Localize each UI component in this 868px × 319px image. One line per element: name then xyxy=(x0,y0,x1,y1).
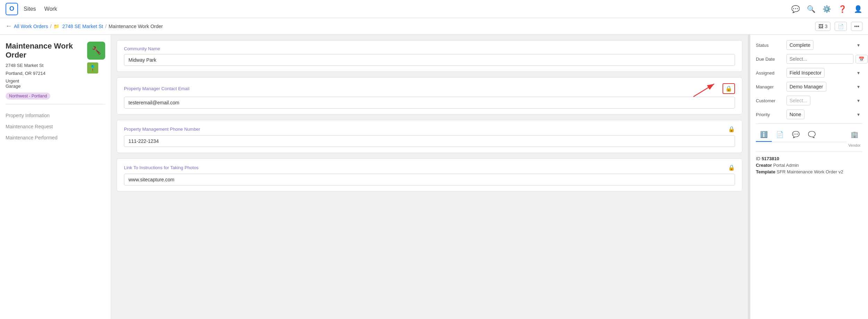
work-order-title: Maintenance Work Order xyxy=(6,42,84,60)
tab-comments[interactable]: 🗨️ xyxy=(804,128,820,142)
maintenance-icon: 🔧 xyxy=(87,42,105,60)
breadcrumb-bar: ← All Work Orders / 📁 2748 SE Market St … xyxy=(0,18,868,35)
status-select[interactable]: Complete xyxy=(786,40,813,50)
priority-label: Priority xyxy=(756,112,784,117)
vendor-label: Vendor xyxy=(849,143,861,147)
nav-maintenance-performed[interactable]: Maintenance Performed xyxy=(6,132,105,143)
link-label: Link To Instructions for Taking Photos 🔒 xyxy=(124,164,735,171)
search-icon[interactable]: 🔍 xyxy=(807,5,816,13)
assigned-select-wrapper: Field Inspector xyxy=(786,68,862,78)
community-name-input[interactable] xyxy=(124,54,735,66)
assigned-label: Assigned xyxy=(756,70,784,76)
lock-icon-link: 🔒 xyxy=(728,164,735,171)
photo-icon: 🖼 xyxy=(818,24,823,29)
garage-tag: Garage xyxy=(6,84,84,89)
document-button[interactable]: 📄 xyxy=(835,22,847,31)
sidebar-header-text: Maintenance Work Order 2748 SE Market St… xyxy=(6,42,84,90)
vendor-section: 🏢 Vendor xyxy=(846,128,862,147)
due-date-wrapper: 📅 xyxy=(786,54,868,64)
nav-work[interactable]: Work xyxy=(44,6,57,12)
template-label: Template xyxy=(756,169,775,174)
app-logo[interactable]: O xyxy=(6,3,18,15)
photos-button[interactable]: 🖼 3 xyxy=(815,22,831,31)
tab-document[interactable]: 📄 xyxy=(772,128,788,142)
breadcrumb-current: Maintenance Work Order xyxy=(109,24,163,29)
creator-row: Creator Portal Admin xyxy=(756,163,862,168)
customer-select[interactable]: Select... xyxy=(786,96,810,105)
address-line2: Portland, OR 97214 xyxy=(6,70,84,77)
more-icon: ••• xyxy=(854,24,859,29)
help-icon[interactable]: ❓ xyxy=(838,5,847,13)
tab-info[interactable]: ℹ️ xyxy=(756,128,772,142)
nav-links: Sites Work xyxy=(24,6,791,12)
location-icon: 📍 xyxy=(87,62,98,74)
sidebar: Maintenance Work Order 2748 SE Market St… xyxy=(0,35,111,319)
doc-icon: 📄 xyxy=(838,24,844,29)
priority-select-wrapper: None xyxy=(786,110,862,119)
right-panel: Status Complete Due Date 📅 Assigned Fiel… xyxy=(750,35,868,319)
back-button[interactable]: ← xyxy=(6,23,12,30)
due-date-row: Due Date 📅 xyxy=(756,54,862,64)
lock-icon-phone: 🔒 xyxy=(728,126,735,132)
settings-icon[interactable]: ⚙️ xyxy=(823,5,831,13)
phone-card: Property Management Phone Number 🔒 xyxy=(117,120,742,153)
sidebar-nav: Property Information Maintenance Request… xyxy=(6,104,105,143)
rp-info-section: ID 5173810 Creator Portal Admin Template… xyxy=(756,156,862,174)
phone-input[interactable] xyxy=(124,135,735,147)
template-value-text: SFR Maintenance Work Order v2 xyxy=(777,169,843,174)
tabs-section: ℹ️ 📄 💬 🗨️ xyxy=(756,128,846,146)
nav-property-info[interactable]: Property Information xyxy=(6,110,105,121)
status-select-wrapper: Complete xyxy=(786,40,862,50)
address-line1: 2748 SE Market St xyxy=(6,62,84,69)
email-card: Property Manager Contact Email 🔒 xyxy=(117,77,742,114)
due-date-label: Due Date xyxy=(756,57,784,62)
customer-select-wrapper: Select... xyxy=(786,96,862,105)
content-scroll: Community Name Property Manager Contact … xyxy=(111,35,748,197)
customer-row: Customer Select... xyxy=(756,96,862,105)
id-label: ID xyxy=(756,156,760,161)
lock-icon-highlighted: 🔒 xyxy=(723,83,735,94)
chat-icon[interactable]: 💬 xyxy=(791,5,800,13)
all-work-orders-link[interactable]: All Work Orders xyxy=(14,24,48,29)
nav-sites[interactable]: Sites xyxy=(24,6,36,12)
photo-count: 3 xyxy=(825,24,827,29)
rp-tabs: ℹ️ 📄 💬 🗨️ xyxy=(756,128,846,142)
address-link[interactable]: 2748 SE Market St xyxy=(62,24,103,29)
info-divider xyxy=(756,152,862,152)
customer-label: Customer xyxy=(756,98,784,103)
id-value-text: 5173810 xyxy=(762,156,779,161)
email-label: Property Manager Contact Email 🔒 xyxy=(124,83,735,94)
priority-row: Priority None xyxy=(756,110,862,119)
more-button[interactable]: ••• xyxy=(851,22,862,31)
region-badge: Northwest - Portland xyxy=(6,93,50,100)
tab-chat[interactable]: 💬 xyxy=(788,128,804,142)
community-name-label: Community Name xyxy=(124,46,735,51)
priority-select[interactable]: None xyxy=(786,110,804,119)
tabs-vendor-row: ℹ️ 📄 💬 🗨️ 🏢 Vendor xyxy=(756,128,862,147)
id-row: ID 5173810 xyxy=(756,156,862,161)
status-row: Status Complete xyxy=(756,40,862,50)
template-row: Template SFR Maintenance Work Order v2 xyxy=(756,169,862,174)
nav-maintenance-request[interactable]: Maintenance Request xyxy=(6,121,105,132)
manager-select-wrapper: Demo Manager xyxy=(786,82,862,92)
vendor-button[interactable]: 🏢 xyxy=(846,128,862,142)
due-date-input[interactable] xyxy=(786,54,853,64)
link-input[interactable] xyxy=(124,174,735,186)
assigned-select[interactable]: Field Inspector xyxy=(786,68,825,78)
manager-select[interactable]: Demo Manager xyxy=(786,82,826,92)
email-input[interactable] xyxy=(124,97,735,109)
manager-row: Manager Demo Manager xyxy=(756,82,862,92)
creator-value-text: Portal Admin xyxy=(773,163,799,168)
folder-icon: 📁 xyxy=(53,24,59,29)
status-label: Status xyxy=(756,43,784,48)
sidebar-icons: 🔧 📍 xyxy=(87,42,105,90)
creator-label: Creator xyxy=(756,163,772,168)
user-avatar[interactable]: 👤 xyxy=(854,5,862,13)
assigned-row: Assigned Field Inspector xyxy=(756,68,862,78)
breadcrumb-sep-2: / xyxy=(105,24,107,29)
link-card: Link To Instructions for Taking Photos 🔒 xyxy=(117,158,742,191)
phone-label: Property Management Phone Number 🔒 xyxy=(124,126,735,132)
calendar-button[interactable]: 📅 xyxy=(856,55,868,63)
sidebar-header: Maintenance Work Order 2748 SE Market St… xyxy=(6,42,105,90)
breadcrumb-sep-1: / xyxy=(50,24,52,29)
